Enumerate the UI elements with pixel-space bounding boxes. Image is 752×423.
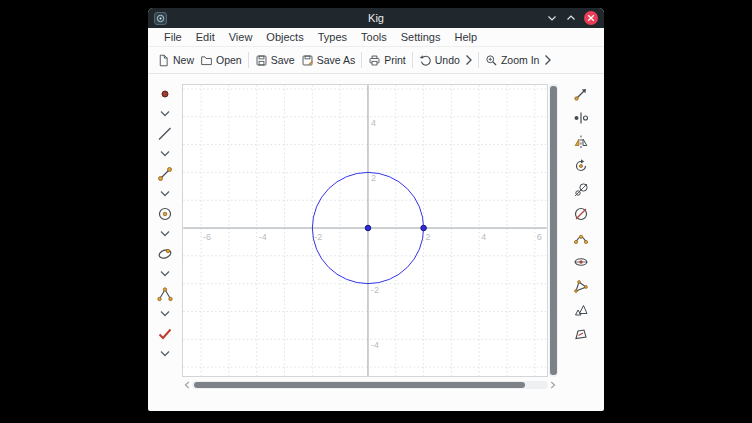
projective-rotation-tool-button[interactable]: [573, 230, 589, 246]
chevron-down-icon: [159, 230, 171, 238]
menu-settings[interactable]: Settings: [394, 30, 448, 44]
new-button[interactable]: New: [154, 51, 197, 70]
zoom-in-label: Zoom In: [501, 54, 540, 66]
save-as-label: Save As: [317, 54, 356, 66]
scroll-right-button[interactable]: [548, 380, 558, 390]
titlebar[interactable]: Kig: [148, 8, 604, 28]
test-tool-button[interactable]: [157, 326, 173, 342]
print-icon: [368, 54, 381, 67]
main-toolbar: New Open Save Save As: [148, 46, 604, 74]
x-tick-label: -4: [259, 232, 267, 242]
conic-tool-expander[interactable]: [159, 270, 171, 278]
line-tool-expander[interactable]: [159, 150, 171, 158]
line-tool-button[interactable]: [157, 126, 173, 142]
undo-label: Undo: [435, 54, 460, 66]
menubar: File Edit View Objects Types Tools Setti…: [148, 28, 604, 46]
menu-tools[interactable]: Tools: [354, 30, 394, 44]
chevron-down-icon: [159, 190, 171, 198]
open-label: Open: [216, 54, 242, 66]
inversion-icon: [573, 206, 589, 222]
segment-tool-button[interactable]: [157, 166, 173, 182]
rotation-icon: [573, 158, 589, 174]
canvas-plot: -6-4-224642-2-4: [183, 85, 547, 376]
chevron-down-icon: [159, 150, 171, 158]
print-button[interactable]: Print: [365, 51, 409, 70]
new-label: New: [173, 54, 194, 66]
kig-window: Kig File Edit View Objects Type: [148, 8, 604, 411]
maximize-button[interactable]: [565, 12, 577, 24]
point-object[interactable]: [421, 225, 427, 231]
menu-objects[interactable]: Objects: [259, 30, 310, 44]
axis-reflection-tool-button[interactable]: [573, 134, 589, 150]
save-as-button[interactable]: Save As: [298, 51, 359, 70]
similitude-tool-button[interactable]: [573, 302, 589, 318]
y-tick-label: 2: [371, 173, 376, 183]
undo-button[interactable]: Undo: [416, 51, 463, 70]
zoom-in-button[interactable]: Zoom In: [482, 51, 543, 70]
y-tick-label: 4: [371, 118, 376, 128]
point-object[interactable]: [365, 225, 371, 231]
point-tool-button[interactable]: [157, 86, 173, 102]
vertical-scrollbar-thumb[interactable]: [550, 86, 557, 375]
chevron-down-icon: [159, 110, 171, 118]
menu-edit[interactable]: Edit: [189, 30, 222, 44]
axis-reflection-icon: [573, 134, 589, 150]
vertical-scrollbar[interactable]: [549, 84, 558, 377]
horizontal-scrollbar: [182, 380, 558, 390]
toolbar-separator: [361, 52, 362, 68]
chevron-right-icon: [550, 381, 556, 389]
menu-types[interactable]: Types: [311, 30, 354, 44]
scroll-left-button[interactable]: [182, 380, 192, 390]
horizontal-scrollbar-track[interactable]: [192, 381, 548, 389]
close-icon: [587, 14, 595, 22]
projectivity-tool-button[interactable]: [573, 326, 589, 342]
circle-icon: [157, 206, 173, 222]
point-reflection-icon: [573, 110, 589, 126]
y-tick-label: -2: [371, 285, 379, 295]
geometry-canvas[interactable]: -6-4-224642-2-4: [182, 84, 548, 377]
chevron-down-icon: [546, 12, 558, 24]
inversion-tool-button[interactable]: [573, 206, 589, 222]
open-folder-icon: [200, 54, 213, 67]
menu-file[interactable]: File: [157, 30, 189, 44]
horizontal-scrollbar-thumb[interactable]: [194, 382, 525, 388]
translation-icon: [573, 86, 589, 102]
segment-tool-expander[interactable]: [159, 190, 171, 198]
save-button[interactable]: Save: [252, 51, 298, 70]
harmonic-homology-tool-button[interactable]: [573, 254, 589, 270]
affinity-tool-button[interactable]: [573, 278, 589, 294]
print-label: Print: [384, 54, 406, 66]
toolbar-separator: [478, 52, 479, 68]
zoom-overflow-button[interactable]: [542, 51, 554, 69]
angle-tool-expander[interactable]: [159, 310, 171, 318]
circle-tool-expander[interactable]: [159, 230, 171, 238]
x-tick-label: 6: [537, 232, 542, 242]
conic-icon: [157, 246, 173, 262]
similitude-icon: [573, 302, 589, 318]
point-reflection-tool-button[interactable]: [573, 110, 589, 126]
x-tick-label: -6: [203, 232, 211, 242]
point-icon: [157, 86, 173, 102]
new-document-icon: [157, 54, 170, 67]
chevron-down-icon: [159, 350, 171, 358]
minimize-button[interactable]: [546, 12, 558, 24]
menu-view[interactable]: View: [222, 30, 260, 44]
point-tool-expander[interactable]: [159, 110, 171, 118]
objects-dock: [148, 74, 182, 411]
scaling-icon: [573, 182, 589, 198]
angle-tool-button[interactable]: [157, 286, 173, 302]
rotation-tool-button[interactable]: [573, 158, 589, 174]
angle-icon: [157, 286, 173, 302]
menu-help[interactable]: Help: [447, 30, 484, 44]
test-check-icon: [157, 326, 173, 342]
save-as-icon: [301, 54, 314, 67]
open-button[interactable]: Open: [197, 51, 245, 70]
undo-overflow-button[interactable]: [463, 51, 475, 69]
scaling-tool-button[interactable]: [573, 182, 589, 198]
translation-tool-button[interactable]: [573, 86, 589, 102]
conic-tool-button[interactable]: [157, 246, 173, 262]
close-button[interactable]: [584, 11, 598, 25]
test-tool-expander[interactable]: [159, 350, 171, 358]
circle-tool-button[interactable]: [157, 206, 173, 222]
y-tick-label: -4: [371, 340, 379, 350]
